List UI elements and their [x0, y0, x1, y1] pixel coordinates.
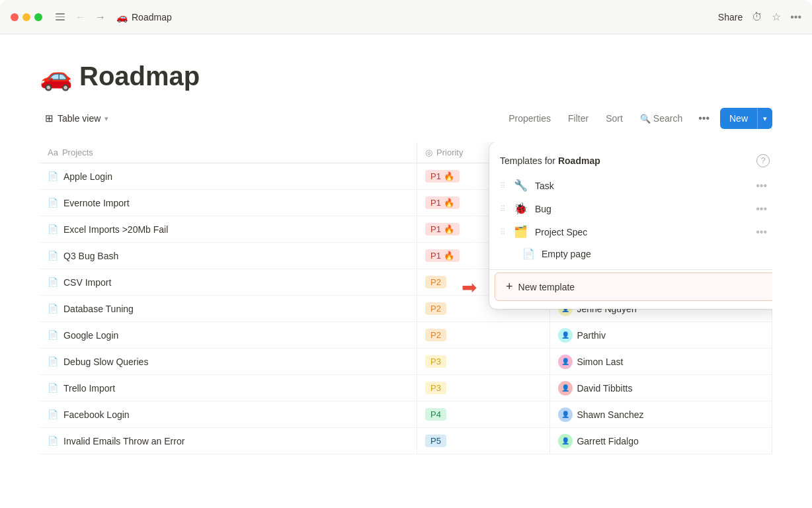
minimize-button[interactable]	[22, 13, 30, 21]
doc-icon: 📄	[48, 357, 58, 366]
project-name: CSV Import	[63, 277, 111, 288]
priority-cell: P3	[417, 375, 550, 402]
new-button[interactable]: New	[720, 108, 757, 129]
page-emoji: 🚗	[40, 61, 73, 92]
bug-template-more[interactable]: •••	[753, 203, 770, 215]
bug-template-icon: 🐞	[512, 202, 528, 216]
project-cell: 📄 Facebook Login	[40, 402, 417, 428]
priority-badge: P2	[425, 302, 446, 315]
table-row[interactable]: 📄 Trello Import P3 👤 David Tibbitts	[40, 375, 772, 402]
new-template-label: New template	[518, 282, 575, 292]
project-name: Q3 Bug Bash	[63, 251, 118, 261]
project-cell: 📄 Evernote Import	[40, 190, 417, 216]
task-template-icon: 🔧	[512, 179, 528, 192]
doc-icon: 📄	[48, 383, 58, 393]
task-template-more[interactable]: •••	[753, 180, 770, 192]
avatar: 👤	[558, 407, 573, 422]
project-cell: 📄 Excel Imports >20Mb Fail	[40, 216, 417, 243]
project-name: Excel Imports >20Mb Fail	[63, 224, 168, 235]
project-name: Debug Slow Queries	[63, 357, 148, 367]
close-button[interactable]	[11, 13, 19, 21]
star-icon[interactable]: ☆	[772, 11, 781, 23]
table-grid-icon: ⊞	[45, 112, 54, 124]
avatar: 👤	[558, 434, 573, 448]
more-icon[interactable]: •••	[790, 11, 801, 23]
manager-name: Parthiv	[577, 330, 606, 341]
manager-name: David Tibbitts	[577, 383, 632, 394]
table-row[interactable]: 📄 Facebook Login P4 👤 Shawn Sanchez	[40, 402, 772, 428]
table-row[interactable]: 📄 Google Login P2 👤 Parthiv	[40, 322, 772, 349]
doc-icon: 📄	[48, 224, 58, 234]
hamburger-menu[interactable]	[56, 13, 65, 21]
bug-template-label: Bug	[535, 204, 747, 214]
breadcrumb-text: Roadmap	[132, 12, 172, 22]
templates-dropdown: Templates for Roadmap ? ⠿ 🔧 Task ••• ⠿ 🐞…	[489, 142, 772, 309]
breadcrumb-title: 🚗 Roadmap	[116, 12, 172, 22]
dropdown-header: Templates for Roadmap ?	[489, 150, 772, 174]
filter-button[interactable]: Filter	[563, 110, 594, 126]
maximize-button[interactable]	[34, 13, 42, 21]
project-name: Invalid Emails Throw an Error	[63, 436, 184, 446]
toolbar-right: Properties Filter Sort 🔍 Search ••• New …	[503, 108, 772, 129]
empty-page-icon: 📄	[522, 248, 535, 260]
doc-icon: 📄	[48, 436, 58, 446]
priority-badge: P5	[425, 435, 446, 447]
table-row[interactable]: 📄 Debug Slow Queries P3 👤 Simon Last	[40, 349, 772, 375]
project-spec-template-more[interactable]: •••	[753, 226, 770, 238]
project-name: Trello Import	[63, 383, 115, 394]
project-cell: 📄 Database Tuning	[40, 296, 417, 322]
doc-icon: 📄	[48, 409, 58, 419]
new-template-button[interactable]: + New template	[495, 273, 772, 301]
priority-badge: P1 🔥	[425, 196, 460, 209]
traffic-lights	[11, 13, 42, 21]
search-button[interactable]: 🔍 Search	[635, 110, 688, 126]
priority-badge: P2	[425, 329, 446, 341]
avatar: 👤	[558, 381, 573, 396]
priority-col-icon: ◎	[425, 148, 432, 157]
project-cell: 📄 Debug Slow Queries	[40, 349, 417, 375]
history-icon[interactable]: ⏱	[752, 11, 762, 23]
doc-icon: 📄	[48, 171, 58, 181]
manager-cell: 👤 Shawn Sanchez	[550, 402, 772, 428]
properties-button[interactable]: Properties	[503, 110, 556, 126]
drag-handle: ⠿	[500, 181, 506, 190]
back-arrow[interactable]: ←	[73, 10, 89, 24]
breadcrumb-icon: 🚗	[116, 12, 128, 22]
help-button[interactable]: ?	[756, 154, 770, 167]
template-item-project-spec[interactable]: ⠿ 🗂️ Project Spec •••	[489, 220, 772, 243]
project-cell: 📄 Apple Login	[40, 163, 417, 190]
empty-page-item[interactable]: 📄 Empty page	[489, 243, 772, 267]
project-cell: 📄 Invalid Emails Throw an Error	[40, 428, 417, 454]
chevron-down-icon: ▾	[104, 114, 108, 123]
project-spec-template-icon: 🗂️	[512, 225, 528, 239]
priority-badge: P1 🔥	[425, 170, 460, 183]
forward-arrow[interactable]: →	[93, 10, 108, 24]
new-dropdown-button[interactable]: ▾	[757, 108, 772, 129]
project-name: Evernote Import	[63, 198, 130, 208]
toolbar: ⊞ Table view ▾ Properties Filter Sort 🔍 …	[40, 108, 772, 134]
share-button[interactable]: Share	[718, 12, 743, 22]
titlebar-right: Share ⏱ ☆ •••	[718, 11, 801, 23]
table-row[interactable]: 📄 Invalid Emails Throw an Error P5 👤 Gar…	[40, 428, 772, 454]
project-spec-template-label: Project Spec	[535, 227, 747, 237]
titlebar-left: ← → 🚗 Roadmap	[11, 10, 172, 24]
template-item-bug[interactable]: ⠿ 🐞 Bug •••	[489, 197, 772, 220]
arrow-indicator: ➡	[462, 276, 477, 298]
page-title: 🚗 Roadmap	[40, 61, 772, 92]
project-name: Apple Login	[63, 171, 112, 182]
priority-cell: P4	[417, 402, 550, 428]
new-template-container: ➡ + New template	[489, 273, 772, 301]
toolbar-left: ⊞ Table view ▾	[40, 110, 114, 127]
table-view-button[interactable]: ⊞ Table view ▾	[40, 110, 114, 127]
project-cell: 📄 Trello Import	[40, 375, 417, 402]
priority-badge: P2	[425, 276, 446, 288]
manager-cell: 👤 Simon Last	[550, 349, 772, 375]
table-view-label: Table view	[58, 113, 101, 124]
priority-cell: P5	[417, 428, 550, 454]
doc-icon: 📄	[48, 304, 58, 314]
template-item-task[interactable]: ⠿ 🔧 Task •••	[489, 174, 772, 197]
toolbar-more-button[interactable]: •••	[694, 111, 713, 126]
sort-button[interactable]: Sort	[600, 110, 628, 126]
table-wrapper: Aa Projects ◎ Priority 👤 Product	[40, 142, 772, 454]
projects-col-icon: Aa	[48, 148, 58, 157]
